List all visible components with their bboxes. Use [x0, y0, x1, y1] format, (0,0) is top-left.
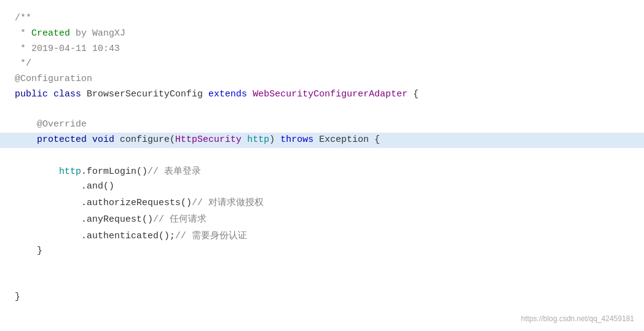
line-7 — [15, 103, 629, 118]
line-13: .authorizeRequests()// 对请求做授权 — [15, 195, 629, 211]
line-4: */ — [15, 56, 629, 72]
line-5: @Configuration — [15, 72, 629, 87]
line-2: * Created by WangXJ — [15, 26, 629, 42]
line-9: protected void configure(HttpSecurity ht… — [0, 133, 644, 148]
line-16: } — [15, 244, 629, 259]
line-18 — [15, 275, 629, 290]
line-12: .and() — [15, 179, 629, 195]
line-8: @Override — [15, 117, 629, 133]
code-editor: /** * Created by WangXJ * 2019-04-11 10:… — [0, 0, 644, 331]
line-1: /** — [15, 11, 629, 26]
line-11: http.formLogin()// 表单登录 — [15, 163, 629, 180]
line-10 — [15, 148, 629, 163]
line-15: .authenticated();// 需要身份认证 — [15, 228, 629, 244]
line-17 — [15, 259, 629, 275]
line-3: * 2019-04-11 10:43 — [15, 42, 629, 57]
line-19: } — [15, 290, 629, 305]
watermark: https://blog.csdn.net/qq_42459181 — [521, 313, 634, 325]
line-6: public class BrowserSecurityConfig exten… — [15, 87, 629, 103]
line-14: .anyRequest()// 任何请求 — [15, 211, 629, 228]
